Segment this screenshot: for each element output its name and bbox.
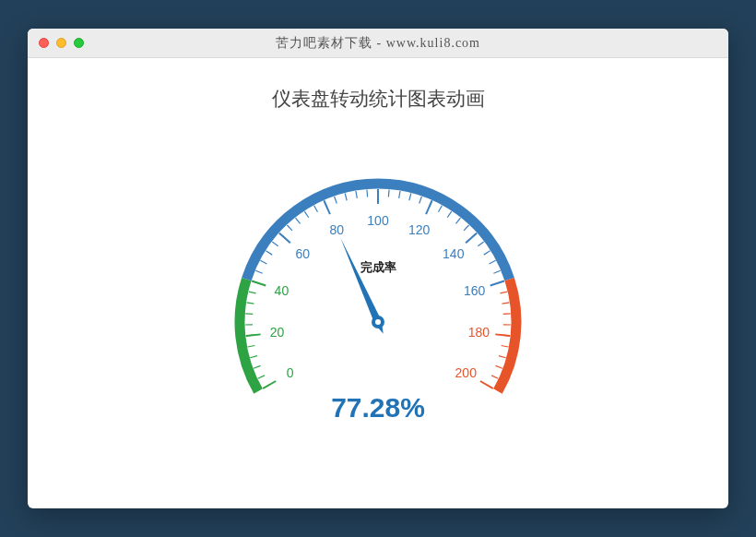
gauge-minor-tick [464,225,468,231]
gauge-minor-tick [254,365,260,368]
gauge-minor-tick [455,218,460,223]
gauge-minor-tick [478,242,483,246]
gauge-minor-tick [419,197,422,204]
gauge-tick-label: 20 [270,325,285,340]
content-area: 仪表盘转动统计图表动画 020406080100120140160180200 … [28,58,728,460]
gauge-minor-tick [335,197,337,204]
gauge-minor-tick [484,251,490,255]
window-title: 苦力吧素材下载 - www.kuli8.com [28,35,728,52]
gauge-needle-hub-inner [375,319,381,325]
gauge-minor-tick [304,211,308,218]
gauge-major-tick [252,281,266,286]
gauge-major-tick [246,334,261,336]
gauge-tick-label: 60 [295,246,310,261]
browser-window: 苦力吧素材下载 - www.kuli8.com 仪表盘转动统计图表动画 0204… [28,29,728,508]
window-titlebar: 苦力吧素材下载 - www.kuli8.com [28,29,728,58]
gauge-minor-tick [447,211,451,218]
gauge-major-tick [480,381,493,388]
gauge-minor-tick [249,292,256,293]
gauge-tick-label: 100 [367,213,389,228]
gauge-minor-tick [500,292,507,293]
gauge-minor-tick [499,356,506,358]
gauge-tick-label: 40 [275,283,289,298]
gauge-minor-tick [247,303,254,304]
gauge-major-tick [495,334,510,336]
gauge-minor-tick [248,345,255,346]
gauge-minor-tick [245,314,253,315]
gauge-tick-label: 80 [329,222,344,237]
gauge-minor-tick [250,356,257,358]
gauge-inner-label: 完成率 [360,259,396,276]
gauge-major-tick [263,381,276,388]
gauge-minor-tick [502,345,509,346]
gauge-minor-tick [409,194,411,201]
page-title: 仪表盘转动统计图表动画 [272,86,485,112]
gauge-chart: 020406080100120140160180200 完成率 77.28% [184,128,572,460]
gauge-tick-label: 0 [287,365,294,380]
gauge-tick-label: 140 [443,246,465,261]
gauge-tick-label: 180 [468,325,490,340]
minimize-icon[interactable] [56,38,66,48]
gauge-major-tick [490,281,504,286]
gauge-minor-tick [502,303,510,304]
gauge-minor-tick [272,242,278,246]
gauge-minor-tick [503,314,511,315]
gauge-minor-tick [314,206,318,212]
traffic-lights [28,38,84,48]
gauge-tick-label: 160 [464,283,486,298]
gauge-major-tick [324,200,330,214]
gauge-major-tick [466,233,477,244]
gauge-minor-tick [260,260,266,264]
close-icon[interactable] [39,38,49,48]
gauge-tick-label: 120 [408,222,431,237]
gauge-minor-tick [266,251,272,255]
gauge-minor-tick [491,376,498,378]
maximize-icon[interactable] [74,38,84,48]
gauge-minor-tick [493,270,500,273]
gauge-minor-tick [356,191,357,198]
gauge-value-label: 77.28% [331,392,425,424]
gauge-minor-tick [388,190,389,197]
gauge-minor-tick [255,270,262,273]
gauge-minor-tick [495,365,502,368]
gauge-minor-tick [399,191,400,198]
gauge-minor-tick [367,190,368,197]
gauge-major-tick [426,200,432,214]
gauge-minor-tick [296,218,301,223]
gauge-minor-tick [287,225,291,231]
gauge-minor-tick [258,376,265,378]
gauge-major-tick [279,233,290,244]
gauge-minor-tick [490,260,496,264]
gauge-minor-tick [439,206,443,212]
gauge-tick-label: 200 [455,365,478,380]
gauge-minor-tick [345,194,347,201]
